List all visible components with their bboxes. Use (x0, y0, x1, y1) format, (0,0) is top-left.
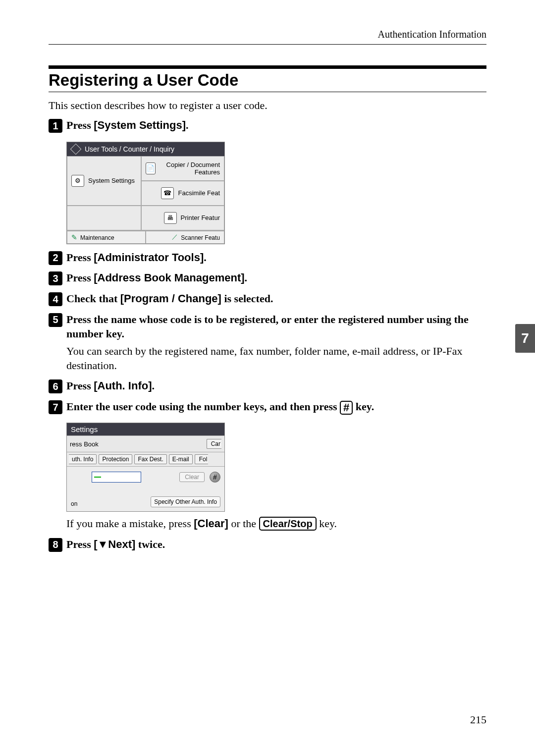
printer-icon: 🖶 (164, 212, 177, 224)
tab-protection[interactable]: Protection (99, 454, 132, 464)
screenshot2-tabs: uth. Info Protection Fax Dest. E-mail Fo… (67, 452, 224, 467)
screenshot-settings: Settings ress Book Car uth. Info Protect… (66, 423, 225, 512)
tab-auth-info[interactable]: uth. Info (69, 454, 97, 464)
pen-icon: ／ (172, 233, 178, 241)
step-bold: [Program / Change] (120, 292, 221, 305)
step-7-text: Enter the user code using the number key… (66, 399, 374, 415)
screenshot2-bar: ress Book Car (67, 435, 224, 452)
step-4-text: Check that [Program / Change] is selecte… (66, 291, 273, 306)
screenshot1-titlebar: User Tools / Counter / Inquiry (67, 142, 224, 156)
step-number-icon: 3 (49, 271, 62, 285)
step-suffix: key. (353, 400, 374, 413)
step-number-icon: 6 (49, 379, 62, 393)
step-3-text: Press [Address Book Management]. (66, 270, 247, 285)
diamond-icon (70, 143, 82, 155)
step-prefix: Enter the user code using the number key… (66, 400, 340, 413)
step-prefix: Press (66, 538, 94, 550)
step-prefix: Press (66, 271, 94, 284)
section-rule-top (49, 65, 486, 69)
step-2-text: Press [Administrator Tools]. (66, 250, 207, 265)
follow-prefix: If you make a mistake, press (66, 517, 194, 530)
step-5-text: Press the name whose code is to be regis… (66, 312, 486, 341)
step-2: 2 Press [Administrator Tools]. (49, 250, 486, 265)
step-5: 5 Press the name whose code is to be reg… (49, 312, 486, 341)
screenshot2-input-area: Clear # (67, 467, 224, 487)
clear-button[interactable]: Clear (179, 472, 205, 482)
header-rule (49, 44, 486, 45)
hash-button[interactable]: # (210, 472, 220, 483)
intro-text: This section describes how to register a… (49, 99, 486, 112)
maintenance-label: Maintenance (80, 234, 114, 241)
step-suffix: . (152, 379, 155, 392)
step-bold: [Auth. Info] (94, 379, 152, 392)
step-bold: [▼Next] (94, 538, 135, 550)
step-number-icon: 1 (49, 119, 62, 133)
step-suffix: . (186, 119, 189, 131)
car-tab[interactable]: Car (207, 439, 221, 449)
step-number-icon: 8 (49, 538, 62, 552)
screenshot1-title: User Tools / Counter / Inquiry (85, 145, 174, 153)
blank-cell (67, 206, 141, 230)
step-4: 4 Check that [Program / Change] is selec… (49, 291, 486, 306)
step-7: 7 Enter the user code using the number k… (49, 399, 486, 415)
fax-label: Facsimile Feat (178, 189, 220, 197)
system-settings-label: System Settings (88, 177, 135, 184)
step-8: 8 Press [▼Next] twice. (49, 537, 486, 552)
step-6: 6 Press [Auth. Info]. (49, 378, 486, 393)
scanner-label: Scanner Featu (181, 234, 220, 241)
copier-features-button[interactable]: 📄 Copier / Document Features (141, 156, 224, 181)
tab-email[interactable]: E-mail (169, 454, 193, 464)
on-label: on (71, 500, 77, 507)
step-number-icon: 2 (49, 251, 62, 265)
step-suffix: twice. (135, 538, 165, 550)
system-settings-button[interactable]: ⚙ System Settings (67, 156, 141, 206)
step-1: 1 Press [System Settings]. (49, 118, 486, 133)
copier-label: Copier / Document Features (160, 161, 220, 176)
wand-icon: ✎ (71, 233, 77, 241)
step-bold: [Administrator Tools] (94, 251, 204, 264)
screenshot2-titlebar: Settings (67, 423, 224, 435)
clear-stop-key-icon: Clear/Stop (259, 517, 317, 531)
tab-fax-dest[interactable]: Fax Dest. (134, 454, 166, 464)
screenshot2-bottom: on Specify Other Auth. Info (67, 487, 224, 511)
copier-icon: 📄 (146, 162, 156, 174)
section-title: Registering a User Code (49, 71, 486, 90)
specify-other-auth-button[interactable]: Specify Other Auth. Info (151, 496, 220, 507)
fax-icon: ☎ (161, 187, 174, 199)
section-rule-bottom (49, 92, 486, 92)
step-number-icon: 5 (49, 313, 62, 327)
step-prefix: Check that (66, 292, 120, 305)
step-1-text: Press [System Settings]. (66, 118, 189, 133)
address-book-label: ress Book (70, 440, 99, 448)
follow-mid: or the (228, 517, 259, 530)
step-number-icon: 7 (49, 400, 62, 414)
fax-features-button[interactable]: ☎ Facsimile Feat (141, 181, 224, 206)
step-prefix: Press (66, 379, 94, 392)
cursor-icon (94, 477, 101, 478)
step-6-text: Press [Auth. Info]. (66, 378, 155, 393)
page-number: 215 (470, 713, 486, 726)
step-prefix: Press (66, 251, 94, 264)
hash-key-icon: # (340, 401, 353, 415)
step-suffix: . (204, 251, 207, 264)
printer-features-button[interactable]: 🖶 Printer Featur (141, 206, 224, 230)
step-prefix: Press (66, 119, 94, 131)
tab-folder[interactable]: Fol (195, 454, 209, 464)
step-bold: [Address Book Management] (94, 271, 244, 284)
step-7-follow: If you make a mistake, press [Clear] or … (66, 517, 486, 531)
step-8-text: Press [▼Next] twice. (66, 537, 165, 552)
gear-icon: ⚙ (71, 175, 84, 187)
step-3: 3 Press [Address Book Management]. (49, 270, 486, 285)
step-suffix: is selected. (221, 292, 273, 305)
follow-suffix: key. (317, 517, 337, 530)
follow-bold: [Clear] (194, 517, 228, 530)
step-bold: [System Settings] (94, 119, 186, 131)
step-suffix: . (245, 271, 248, 284)
printer-label: Printer Featur (181, 214, 220, 221)
chapter-tab: 7 (515, 324, 535, 353)
scanner-features-button[interactable]: ／ Scanner Featu (146, 231, 224, 244)
step-number-icon: 4 (49, 292, 62, 306)
header-breadcrumb: Authentication Information (49, 29, 486, 40)
user-code-field[interactable] (92, 472, 141, 483)
maintenance-button[interactable]: ✎ Maintenance (67, 231, 146, 244)
